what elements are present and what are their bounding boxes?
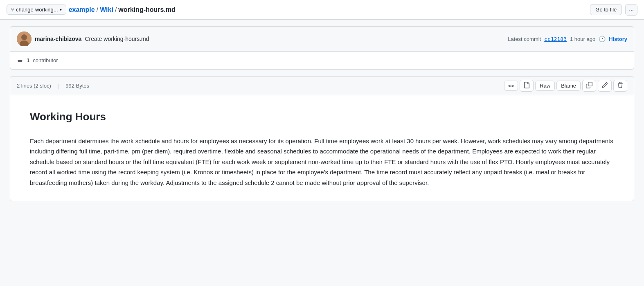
branch-icon: ⑂ [11,7,14,13]
file-header: 2 lines (2 sloc) | 992 Bytes <> Raw Blam… [10,77,634,95]
file-stats: 2 lines (2 sloc) | 992 Bytes [17,83,89,89]
wiki-link[interactable]: Wiki [100,6,113,14]
document-body: Each department determines the work sche… [30,136,614,188]
breadcrumb: example / Wiki / working-hours.md [69,6,176,14]
code-icon: <> [508,83,514,89]
commit-meta: Latest commit cc12183 1 hour ago 🕐 Histo… [508,36,627,42]
file-view-button[interactable] [520,80,534,92]
top-bar: ⑂ change-working... ▾ example / Wiki / w… [0,0,644,20]
breadcrumb-sep2: / [115,6,117,14]
file-box: 2 lines (2 sloc) | 992 Bytes <> Raw Blam… [10,76,634,201]
edit-icon [601,83,608,90]
delete-button[interactable] [613,80,627,92]
copy-icon [586,83,592,90]
file-actions: <> Raw Blame [504,80,627,92]
contributors-icon [17,56,23,64]
avatar [17,32,32,46]
raw-button[interactable]: Raw [535,81,555,91]
file-content-area: Working Hours Each department determines… [10,95,634,201]
history-link[interactable]: History [609,36,627,42]
size-stat: 992 Bytes [65,83,89,89]
lines-stat: 2 lines (2 sloc) [17,83,51,89]
top-bar-left: ⑂ change-working... ▾ example / Wiki / w… [7,5,176,15]
author-name[interactable]: marina-chibizova [35,36,81,42]
go-to-file-button[interactable]: Go to file [590,4,622,15]
branch-name: change-working... [16,7,58,13]
commit-time: 1 hour ago [570,36,595,42]
contributors-row: 1 contributor [10,52,634,69]
chevron-down-icon: ▾ [60,7,62,12]
commit-author: marina-chibizova Create working-hours.md [17,32,149,46]
blame-button[interactable]: Blame [556,81,581,91]
branch-selector[interactable]: ⑂ change-working... ▾ [7,5,66,15]
commit-header: marina-chibizova Create working-hours.md… [10,27,634,52]
svg-point-1 [21,34,27,40]
top-bar-right: Go to file ··· [590,4,637,16]
main-content: marina-chibizova Create working-hours.md… [0,20,644,208]
latest-commit-label: Latest commit [508,36,541,42]
contributors-label: contributor [33,57,58,63]
edit-button[interactable] [598,80,612,92]
file-stat-sep: | [58,83,59,89]
breadcrumb-sep1: / [97,6,98,14]
commit-hash[interactable]: cc12183 [544,36,567,42]
history-label: History [609,36,627,42]
code-view-button[interactable]: <> [504,81,518,91]
history-clock-icon: 🕐 [599,36,606,42]
more-options-button[interactable]: ··· [625,4,637,16]
commit-box: marina-chibizova Create working-hours.md… [10,26,634,70]
repo-link[interactable]: example [69,6,95,14]
file-breadcrumb-name: working-hours.md [118,6,176,14]
file-icon [523,83,530,90]
document-title: Working Hours [30,108,614,129]
commit-message: Create working-hours.md [85,36,149,42]
delete-icon [617,83,624,90]
contributors-count: 1 [27,57,29,63]
copy-button[interactable] [582,80,596,92]
